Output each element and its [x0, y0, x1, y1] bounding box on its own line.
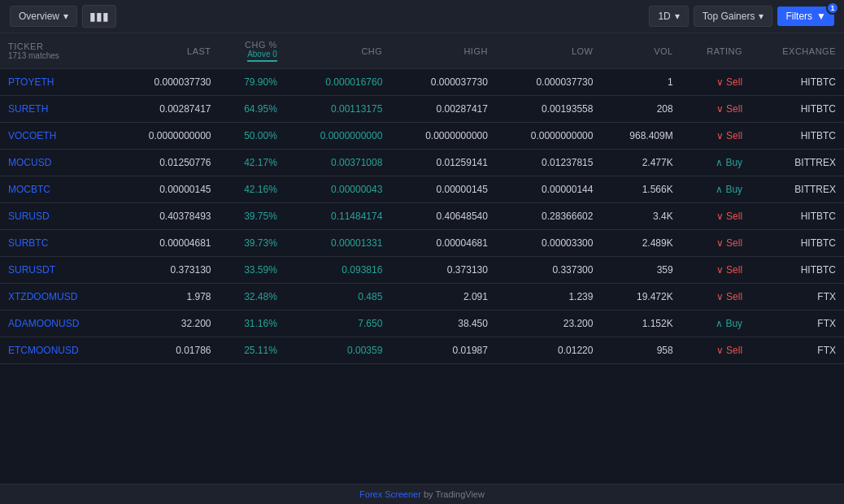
- table-row[interactable]: VOCOETH 0.0000000000 50.00% 0.0000000000…: [0, 123, 844, 150]
- ticker-cell[interactable]: XTZDOOMUSD: [0, 284, 114, 311]
- ticker-cell[interactable]: MOCBTC: [0, 176, 114, 203]
- rating-value: ∨ Sell: [690, 76, 742, 88]
- col-low[interactable]: LOW: [496, 33, 602, 69]
- high-cell: 0.00287417: [390, 96, 496, 123]
- table-row[interactable]: XTZDOOMUSD 1.978 32.48% 0.485 2.091 1.23…: [0, 284, 844, 311]
- top-gainers-label: Top Gainers: [703, 11, 755, 22]
- vol-cell: 1.566K: [601, 176, 681, 203]
- rating-arrow-icon: ∨: [716, 237, 724, 249]
- ticker-cell[interactable]: PTOYETH: [0, 69, 114, 96]
- last-cell: 0.01786: [114, 337, 220, 364]
- table-row[interactable]: SURETH 0.00287417 64.95% 0.00113175 0.00…: [0, 96, 844, 123]
- chg-pct-cell: 64.95%: [220, 96, 285, 123]
- ticker-link[interactable]: MOCUSD: [8, 157, 51, 168]
- rating-text: Sell: [726, 264, 742, 276]
- col-vol[interactable]: VOL: [601, 33, 681, 69]
- low-cell: 0.00003300: [496, 230, 602, 257]
- chg-cell: 0.00000043: [285, 176, 391, 203]
- filter-icon: ▼: [816, 11, 826, 22]
- chg-cell: 0.00001331: [285, 230, 391, 257]
- table-row[interactable]: PTOYETH 0.000037730 79.90% 0.000016760 0…: [0, 69, 844, 96]
- ticker-cell[interactable]: ETCMOONUSD: [0, 337, 114, 364]
- last-cell: 0.00287417: [114, 96, 220, 123]
- low-cell: 1.239: [496, 284, 602, 311]
- footer-link[interactable]: Forex Screener: [359, 489, 424, 499]
- vol-cell: 359: [601, 257, 681, 284]
- exchange-cell: FTX: [750, 337, 844, 364]
- vol-cell: 1.152K: [601, 311, 681, 337]
- rating-cell: ∨ Sell: [681, 96, 750, 123]
- ticker-link[interactable]: MOCBTC: [8, 184, 50, 195]
- low-cell: 23.200: [496, 311, 602, 337]
- last-cell: 0.000037730: [114, 69, 220, 96]
- rating-arrow-icon: ∨: [716, 264, 724, 276]
- ticker-link[interactable]: ETCMOONUSD: [8, 345, 79, 356]
- overview-dropdown[interactable]: Overview ▾: [10, 6, 77, 27]
- table-row[interactable]: MOCUSD 0.01250776 42.17% 0.00371008 0.01…: [0, 150, 844, 176]
- header-left: Overview ▾ ▮▮▮: [10, 5, 116, 28]
- rating-value: ∨ Sell: [690, 130, 742, 141]
- rating-cell: ∨ Sell: [681, 284, 750, 311]
- header-right: 1D ▾ Top Gainers ▾ Filters ▼ 1: [649, 6, 834, 27]
- table-row[interactable]: ETCMOONUSD 0.01786 25.11% 0.00359 0.0198…: [0, 337, 844, 364]
- rating-text: Sell: [726, 345, 742, 356]
- rating-arrow-icon: ∨: [716, 103, 724, 115]
- high-cell: 0.00004681: [390, 230, 496, 257]
- ticker-cell[interactable]: SURUSD: [0, 203, 114, 230]
- rating-value: ∧ Buy: [690, 318, 742, 329]
- filters-button[interactable]: Filters ▼ 1: [777, 7, 834, 26]
- ticker-cell[interactable]: SURUSDT: [0, 257, 114, 284]
- col-high[interactable]: HIGH: [390, 33, 496, 69]
- ticker-link[interactable]: SURUSD: [8, 211, 50, 222]
- ticker-link[interactable]: XTZDOOMUSD: [8, 291, 77, 302]
- col-ticker[interactable]: TICKER 1713 matches: [0, 33, 114, 69]
- ticker-link[interactable]: PTOYETH: [8, 76, 54, 88]
- top-gainers-dropdown[interactable]: Top Gainers ▾: [694, 6, 773, 27]
- table-row[interactable]: SURUSD 0.40378493 39.75% 0.11484174 0.40…: [0, 203, 844, 230]
- vol-cell: 2.489K: [601, 230, 681, 257]
- chg-cell: 0.11484174: [285, 203, 391, 230]
- rating-text: Sell: [726, 291, 742, 302]
- vol-cell: 1: [601, 69, 681, 96]
- col-chg[interactable]: CHG: [285, 33, 391, 69]
- exchange-cell: BITTREX: [750, 176, 844, 203]
- col-last[interactable]: LAST: [114, 33, 220, 69]
- high-cell: 0.373130: [390, 257, 496, 284]
- rating-value: ∨ Sell: [690, 103, 742, 115]
- table-row[interactable]: SURUSDT 0.373130 33.59% 0.093816 0.37313…: [0, 257, 844, 284]
- rating-arrow-icon: ∨: [716, 345, 724, 356]
- ticker-link[interactable]: SURBTC: [8, 237, 48, 249]
- ticker-link[interactable]: VOCOETH: [8, 130, 56, 141]
- ticker-link[interactable]: SURUSDT: [8, 264, 55, 276]
- chg-cell: 0.00113175: [285, 96, 391, 123]
- chg-pct-cell: 42.16%: [220, 176, 285, 203]
- ticker-cell[interactable]: MOCUSD: [0, 150, 114, 176]
- ticker-link[interactable]: ADAMOONUSD: [8, 318, 79, 329]
- screener-table: TICKER 1713 matches LAST CHG % Above 0 C…: [0, 33, 844, 364]
- rating-arrow-icon: ∨: [716, 76, 724, 88]
- table-row[interactable]: ADAMOONUSD 32.200 31.16% 7.650 38.450 23…: [0, 311, 844, 337]
- col-chg-pct[interactable]: CHG % Above 0: [220, 33, 285, 69]
- chg-pct-cell: 31.16%: [220, 311, 285, 337]
- chevron-down-icon: ▾: [759, 11, 764, 22]
- exchange-cell: HITBTC: [750, 69, 844, 96]
- col-rating[interactable]: RATING: [681, 33, 750, 69]
- table-row[interactable]: MOCBTC 0.00000145 42.16% 0.00000043 0.00…: [0, 176, 844, 203]
- col-exchange[interactable]: EXCHANGE: [750, 33, 844, 69]
- rating-value: ∧ Buy: [690, 157, 742, 168]
- rating-cell: ∧ Buy: [681, 176, 750, 203]
- rating-cell: ∨ Sell: [681, 230, 750, 257]
- chg-pct-cell: 50.00%: [220, 123, 285, 150]
- exchange-cell: HITBTC: [750, 123, 844, 150]
- ticker-cell[interactable]: VOCOETH: [0, 123, 114, 150]
- ticker-cell[interactable]: SURBTC: [0, 230, 114, 257]
- chart-icon-btn[interactable]: ▮▮▮: [82, 5, 116, 28]
- table-header-row: TICKER 1713 matches LAST CHG % Above 0 C…: [0, 33, 844, 69]
- chg-cell: 0.00371008: [285, 150, 391, 176]
- ticker-link[interactable]: SURETH: [8, 103, 48, 115]
- ticker-cell[interactable]: SURETH: [0, 96, 114, 123]
- ticker-cell[interactable]: ADAMOONUSD: [0, 311, 114, 337]
- rating-arrow-icon: ∨: [716, 130, 724, 141]
- table-row[interactable]: SURBTC 0.00004681 39.73% 0.00001331 0.00…: [0, 230, 844, 257]
- timeframe-dropdown[interactable]: 1D ▾: [649, 6, 688, 27]
